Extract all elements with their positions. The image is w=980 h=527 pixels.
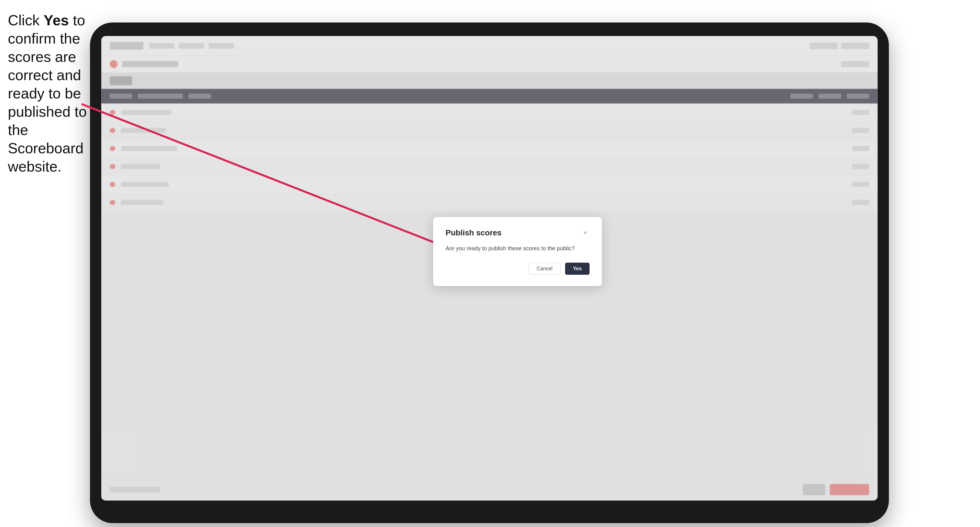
cancel-button[interactable]: Cancel: [528, 263, 561, 275]
tablet-device: Publish scores × Are you ready to publis…: [90, 22, 889, 523]
dialog-body: Are you ready to publish these scores to…: [445, 244, 590, 252]
dialog-close-button[interactable]: ×: [581, 229, 590, 237]
tablet-screen: Publish scores × Are you ready to publis…: [101, 36, 878, 500]
dialog-footer: Cancel Yes: [445, 263, 590, 275]
instruction-text: Click Yes to confirm the scores are corr…: [8, 11, 89, 176]
dialog-overlay: Publish scores × Are you ready to publis…: [101, 36, 878, 500]
dialog-title: Publish scores: [445, 229, 501, 237]
publish-scores-dialog: Publish scores × Are you ready to publis…: [433, 217, 602, 286]
yes-button[interactable]: Yes: [565, 263, 590, 275]
dialog-header: Publish scores ×: [445, 229, 590, 237]
